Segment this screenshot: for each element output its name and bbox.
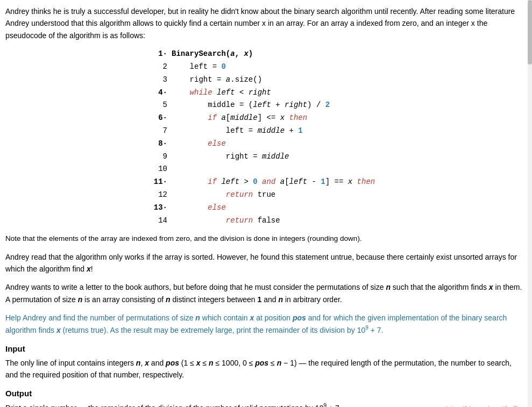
code-line-10: 10 bbox=[154, 163, 375, 176]
code-line-12: 12 return true bbox=[154, 189, 375, 202]
code-line-7: 7 left = middle + 1 bbox=[154, 125, 375, 138]
intro-text: Andrey thinks he is truly a successful d… bbox=[5, 7, 515, 40]
para1: Andrey read that the algorithm only work… bbox=[5, 251, 523, 275]
input-section: Input The only line of input contains in… bbox=[5, 343, 523, 381]
para3: Help Andrey and find the number of permu… bbox=[5, 312, 523, 336]
input-header: Input bbox=[5, 343, 523, 355]
code-line-5: 5 middle = (left + right) / 2 bbox=[154, 99, 375, 112]
code-line-4: 4· while left < right bbox=[154, 87, 375, 99]
code-line-11: 11· if left > 0 and a[left - 1] == x the… bbox=[154, 176, 375, 189]
code-container: 1· BinarySearch(a, x) 2 left = 0 3 right… bbox=[5, 48, 523, 227]
code-line-13: 13· else bbox=[154, 202, 375, 215]
code-line-8: 8· else bbox=[154, 138, 375, 151]
note-text: Note that the elements of the array are … bbox=[5, 233, 523, 244]
code-line-1: 1· BinarySearch(a, x) bbox=[154, 48, 375, 61]
intro-paragraph: Andrey thinks he is truly a successful d… bbox=[5, 5, 523, 41]
code-block: 1· BinarySearch(a, x) 2 left = 0 3 right… bbox=[154, 48, 375, 227]
code-line-6: 6· if a[middle] <= x then bbox=[154, 112, 375, 125]
output-section: Output Print a single number — the remai… bbox=[5, 388, 523, 407]
code-line-14: 14 return false bbox=[154, 215, 375, 227]
code-line-2: 2 left = 0 bbox=[154, 61, 375, 74]
para2: Andrey wants to write a letter to the bo… bbox=[5, 281, 523, 305]
url-credit: https://blog.csdn.net/ba7bc bbox=[446, 404, 523, 407]
code-line-9: 9 right = middle bbox=[154, 151, 375, 163]
code-line-3: 3 right = a.size() bbox=[154, 74, 375, 87]
input-text: The only line of input contains integers… bbox=[5, 357, 523, 381]
output-text: Print a single number — the remainder of… bbox=[5, 402, 523, 407]
output-header: Output bbox=[5, 388, 523, 400]
